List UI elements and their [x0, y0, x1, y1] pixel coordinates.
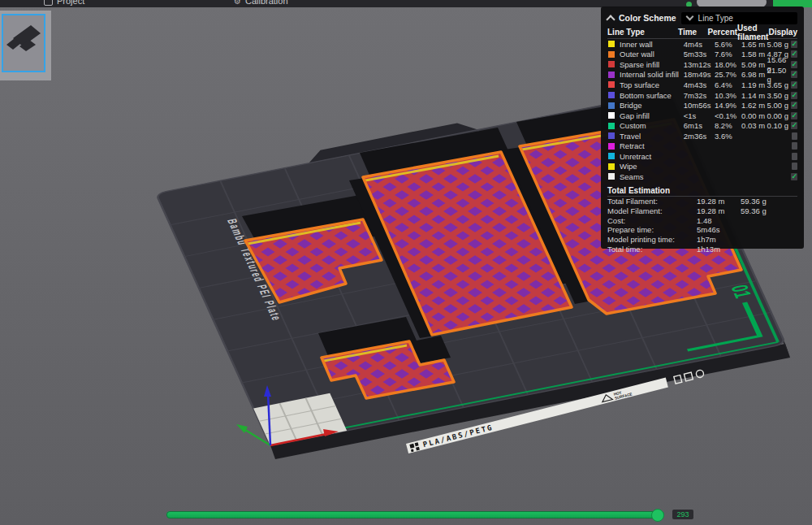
- line-type-swatch: [608, 72, 615, 78]
- display-checkbox[interactable]: [792, 163, 797, 170]
- line-type-time: 18m49s: [684, 70, 715, 79]
- display-checkbox[interactable]: [791, 41, 797, 48]
- line-type-row: Wipe: [607, 162, 797, 172]
- slider-track[interactable]: [166, 511, 664, 518]
- line-type-time: 13m12s: [684, 60, 715, 69]
- total-row: Total Filament:19.28 m59.36 g: [607, 197, 797, 206]
- line-type-time: 10m56s: [684, 101, 715, 110]
- display-checkbox[interactable]: [791, 92, 797, 99]
- line-type-weight: 3.65 g: [767, 80, 792, 89]
- view-mode-value: Line Type: [698, 14, 733, 23]
- panel-title: Color Scheme: [619, 13, 676, 23]
- display-checkbox[interactable]: [791, 122, 797, 129]
- line-type-label: Seams: [620, 172, 684, 181]
- line-type-weight: 5.08 g: [767, 40, 792, 49]
- plate-thumbnail[interactable]: [2, 14, 45, 72]
- line-type-length: 1.14 m: [741, 91, 767, 100]
- line-type-percent: 25.7%: [715, 70, 741, 79]
- display-checkbox[interactable]: [791, 102, 797, 109]
- line-type-time: <1s: [684, 111, 715, 120]
- line-type-time: 4m43s: [684, 80, 715, 89]
- total-row: Prepare time:5m46s: [607, 225, 797, 235]
- line-type-weight: 3.50 g: [767, 91, 792, 100]
- line-type-label: Inner wall: [620, 40, 684, 49]
- line-type-percent: 7.6%: [715, 50, 741, 59]
- line-type-label: Internal solid infill: [620, 70, 684, 79]
- display-checkbox[interactable]: [791, 81, 797, 89]
- line-type-weight: 0.10 g: [767, 121, 792, 130]
- display-checkbox[interactable]: [791, 61, 797, 68]
- line-type-label: Unretract: [620, 152, 684, 161]
- line-type-percent: 6.4%: [715, 80, 741, 89]
- line-type-swatch: [608, 173, 615, 180]
- total-row-label: Model printing time:: [607, 235, 697, 244]
- line-type-length: 1.58 m: [741, 50, 767, 59]
- plate-thumbnail-strip: [0, 11, 51, 80]
- line-type-percent: 14.9%: [715, 101, 741, 110]
- total-row-value-1: 19.28 m: [697, 197, 741, 206]
- total-row-label: Prepare time:: [607, 225, 697, 234]
- line-type-percent: 5.6%: [715, 40, 741, 49]
- total-row-value-1: 1h7m: [697, 235, 741, 244]
- line-type-percent: 18.0%: [715, 60, 741, 69]
- line-type-label: Bridge: [620, 101, 684, 110]
- collapse-chevron-icon[interactable]: [606, 15, 615, 24]
- col-line-type: Line Type: [607, 28, 678, 37]
- line-type-time: 4m4s: [684, 40, 715, 49]
- line-type-row: Travel2m36s3.6%: [607, 131, 797, 141]
- total-row: Model Filament:19.28 m59.36 g: [607, 206, 797, 215]
- total-row-value-1: 1h13m: [697, 245, 741, 254]
- chevron-down-icon: [685, 13, 693, 21]
- line-type-row: Seams: [607, 171, 797, 182]
- color-scheme-header: Color Scheme Line Type: [607, 10, 797, 26]
- preview-step-slider: 293: [166, 509, 702, 523]
- display-checkbox[interactable]: [792, 132, 797, 140]
- display-checkbox[interactable]: [791, 71, 797, 78]
- total-row: Model printing time:1h7m: [607, 235, 797, 245]
- line-type-row: Internal solid infill18m49s25.7%6.98 m21…: [607, 70, 797, 80]
- display-checkbox[interactable]: [791, 50, 797, 58]
- project-icon: [44, 0, 53, 6]
- slider-handle[interactable]: [651, 509, 664, 522]
- line-type-swatch: [608, 102, 615, 109]
- total-row-value-2: 59.36 g: [741, 197, 767, 206]
- plate-thumbnail-preview: [3, 15, 44, 71]
- total-row-label: Total time:: [607, 245, 697, 254]
- line-type-swatch: [608, 153, 615, 159]
- line-type-row: Retract: [607, 141, 797, 151]
- line-type-weight: 0.00 g: [767, 111, 792, 120]
- view-mode-dropdown[interactable]: Line Type: [681, 12, 797, 24]
- line-type-time: 7m32s: [684, 91, 715, 100]
- display-checkbox[interactable]: [791, 112, 797, 119]
- line-type-percent: 10.3%: [715, 91, 741, 100]
- display-checkbox[interactable]: [792, 142, 797, 150]
- total-row-label: Model Filament:: [607, 206, 697, 215]
- line-type-label: Top surface: [620, 80, 684, 89]
- calibration-menu-label: Calibration: [245, 0, 288, 6]
- total-row-value-1: 1.48: [697, 216, 741, 225]
- project-menu-item[interactable]: Project: [44, 0, 84, 6]
- line-type-label: Outer wall: [620, 50, 684, 59]
- gear-icon: ⚙: [234, 0, 241, 6]
- line-type-length: 5.09 m: [741, 60, 767, 69]
- line-type-row: Custom6m1s8.2%0.03 m0.10 g: [607, 120, 797, 131]
- total-row-value-1: 19.28 m: [697, 206, 741, 215]
- col-percent: Percent: [707, 28, 737, 37]
- line-type-table-header: Line Type Time Percent Used filament Dis…: [607, 26, 797, 39]
- calibration-menu-item[interactable]: ⚙ Calibration: [234, 0, 288, 6]
- line-type-time: 5m33s: [684, 50, 715, 59]
- line-type-row: Inner wall4m4s5.6%1.65 m5.08 g: [607, 39, 797, 50]
- display-checkbox[interactable]: [791, 173, 797, 180]
- display-checkbox[interactable]: [792, 153, 797, 160]
- line-type-length: 0.00 m: [741, 111, 767, 120]
- line-type-rows: Inner wall4m4s5.6%1.65 m5.08 gOuter wall…: [607, 39, 797, 182]
- line-type-swatch: [608, 81, 615, 88]
- line-type-percent: 3.6%: [715, 132, 741, 141]
- line-type-label: Gap infill: [620, 111, 684, 120]
- total-row: Total time:1h13m: [607, 245, 797, 254]
- line-type-swatch: [608, 143, 615, 150]
- line-type-label: Wipe: [620, 162, 684, 171]
- line-type-swatch: [608, 41, 615, 47]
- line-type-length: 6.98 m: [741, 70, 767, 79]
- line-type-swatch: [608, 163, 615, 170]
